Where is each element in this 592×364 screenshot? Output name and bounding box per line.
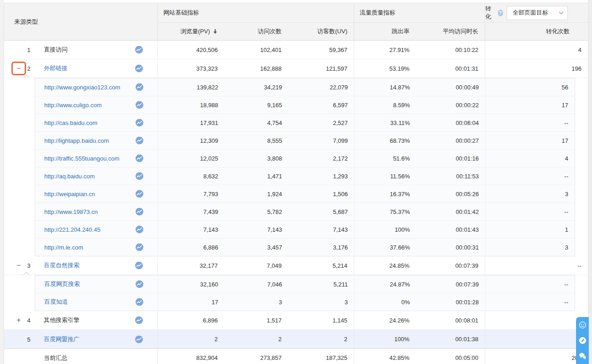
source-name[interactable]: http://cas.baidu.com: [44, 120, 97, 126]
metric-cell: 1,145: [288, 311, 354, 329]
trend-icon[interactable]: [136, 190, 143, 198]
trend-icon[interactable]: [136, 83, 143, 91]
metric-cell: 33.11%: [355, 114, 416, 131]
source-subrow: http://aq.baidu.com8,6321,4711,29311.56%…: [35, 167, 575, 185]
collapse-button[interactable]: −: [15, 262, 22, 269]
metric-value: 24.26%: [389, 317, 409, 324]
source-subrow: http://traffic.555tuangou.com12,0253,808…: [35, 150, 575, 167]
trend-icon[interactable]: [136, 101, 143, 109]
source-name[interactable]: 百度知道: [44, 298, 68, 306]
smiley-feedback-icon[interactable]: [578, 321, 587, 329]
row-number: 2: [25, 65, 32, 72]
group-header-quality-metrics: 流量质量指标: [354, 3, 485, 22]
column-header-uv[interactable]: 访客数(UV): [288, 23, 354, 40]
metric-cell: 187,325: [288, 349, 354, 364]
metric-cell: 00:10:22: [416, 41, 485, 59]
metric-value: 56: [562, 84, 568, 91]
metric-value: 7,793: [203, 191, 218, 198]
metric-cell: 16.37%: [355, 185, 416, 203]
column-header-pv[interactable]: 浏览量(PV): [158, 23, 224, 40]
metric-cell: 121,597: [288, 59, 354, 78]
metric-value: 273,857: [260, 354, 282, 361]
metric-value: 17: [212, 299, 218, 306]
source-name[interactable]: 百度网页搜索: [44, 280, 80, 288]
trend-icon[interactable]: [136, 119, 143, 127]
metric-value: 2,172: [333, 155, 348, 162]
subrow-name-cell: http://www.culigo.com: [35, 96, 158, 114]
trend-icon[interactable]: [136, 281, 143, 288]
pencil-survey-icon[interactable]: [578, 336, 587, 345]
trend-icon[interactable]: [135, 317, 143, 324]
metric-cell: 4: [486, 150, 575, 167]
trend-icon[interactable]: [135, 46, 143, 54]
metric-cell: 6,896: [158, 311, 224, 329]
metric-cell: 59,367: [288, 41, 354, 59]
metric-value: 00:06:04: [456, 120, 479, 126]
source-name[interactable]: http://www.gongxiao123.com: [44, 84, 120, 91]
source-name[interactable]: http://weipaipian.cn: [44, 191, 95, 198]
trend-icon[interactable]: [135, 262, 143, 270]
metric-value: 00:00:22: [456, 102, 479, 109]
metric-cell: 5,214: [288, 256, 354, 275]
column-header-visits[interactable]: 访问次数: [224, 23, 288, 40]
metric-cell: 24.87%: [355, 276, 416, 293]
metric-value: 00:01:31: [455, 65, 478, 72]
page-scrollbar[interactable]: [588, 0, 592, 364]
metric-value: 6,896: [203, 317, 218, 324]
source-name[interactable]: http://www.culigo.com: [44, 102, 102, 109]
trend-icon[interactable]: [136, 155, 143, 162]
metric-cell: 7,143: [158, 221, 225, 238]
trend-icon[interactable]: [136, 244, 143, 251]
column-header-avg-visit-time[interactable]: 平均访问时长: [416, 23, 485, 40]
page-goal-select[interactable]: 全部页面目标: [507, 6, 568, 20]
wechat-icon[interactable]: [578, 352, 587, 360]
metric-cell: 34,219: [225, 78, 288, 96]
quality-metrics-label: 流量质量指标: [360, 9, 395, 17]
source-name: 直接访问: [44, 46, 68, 54]
metric-cell: 4: [485, 41, 588, 59]
metric-cell: 12,309: [158, 132, 225, 149]
metric-cell: 1,293: [288, 167, 355, 185]
group-header-basic-metrics: 网站基础指标: [158, 3, 354, 22]
metric-value: 0%: [401, 299, 410, 306]
source-name[interactable]: http://aq.baidu.com: [44, 173, 95, 180]
metric-value: 18,988: [200, 102, 218, 109]
metric-value: 5,214: [332, 262, 347, 269]
source-name[interactable]: http://m.le.com: [44, 244, 83, 251]
column-header-bounce-rate[interactable]: 跳出率: [354, 23, 416, 40]
source-subrow: http://lightapp.baidu.com12,3098,5557,09…: [35, 132, 575, 150]
source-name[interactable]: http://traffic.555tuangou.com: [44, 155, 120, 162]
source-name[interactable]: http://221.204.240.45: [44, 226, 100, 233]
metric-value: 00:01:43: [456, 226, 479, 233]
trend-icon[interactable]: [135, 65, 143, 73]
source-name[interactable]: 百度自然搜索: [44, 261, 79, 270]
subrow-name-cell: 百度知道: [35, 293, 158, 311]
source-name[interactable]: http://www.19873.cn: [44, 208, 98, 215]
metric-cell: 00:01:43: [416, 221, 486, 238]
trend-icon[interactable]: [136, 208, 143, 216]
subrow-name-cell: http://cas.baidu.com: [35, 114, 158, 131]
metric-cell: 17,931: [158, 114, 225, 131]
metric-cell: 3: [486, 239, 575, 256]
trend-icon[interactable]: [136, 298, 143, 306]
source-name[interactable]: 百度网盟推广: [44, 335, 79, 343]
source-name[interactable]: http://lightapp.baidu.com: [44, 137, 109, 144]
trend-icon[interactable]: [136, 226, 143, 234]
source-subrow: http://m.le.com6,8863,4573,17637.66%00:0…: [35, 239, 575, 256]
source-name[interactable]: 外部链接: [44, 64, 68, 73]
header-metric-row: 浏览量(PV) 访问次数 访客数(UV) 跳出率 平均访问时长 转化次数: [158, 23, 588, 40]
trend-icon[interactable]: [136, 137, 143, 145]
metric-cell: 00:00:31: [416, 239, 486, 256]
metric-cell: --: [486, 114, 575, 131]
metric-value: 37.66%: [390, 244, 410, 251]
row-name-cell: −3百度自然搜索: [4, 256, 158, 275]
column-header-source-type[interactable]: 来源类型: [4, 3, 158, 40]
expand-button[interactable]: +: [15, 317, 22, 324]
column-header-conversions[interactable]: 转化次数: [485, 23, 588, 40]
help-icon[interactable]: ?: [498, 10, 503, 16]
metric-cell: 7,046: [225, 276, 288, 293]
trend-icon[interactable]: [135, 335, 143, 343]
trend-icon[interactable]: [136, 172, 143, 180]
metric-cell: 7,439: [158, 203, 225, 220]
metric-cell: 00:11:53: [416, 167, 486, 185]
